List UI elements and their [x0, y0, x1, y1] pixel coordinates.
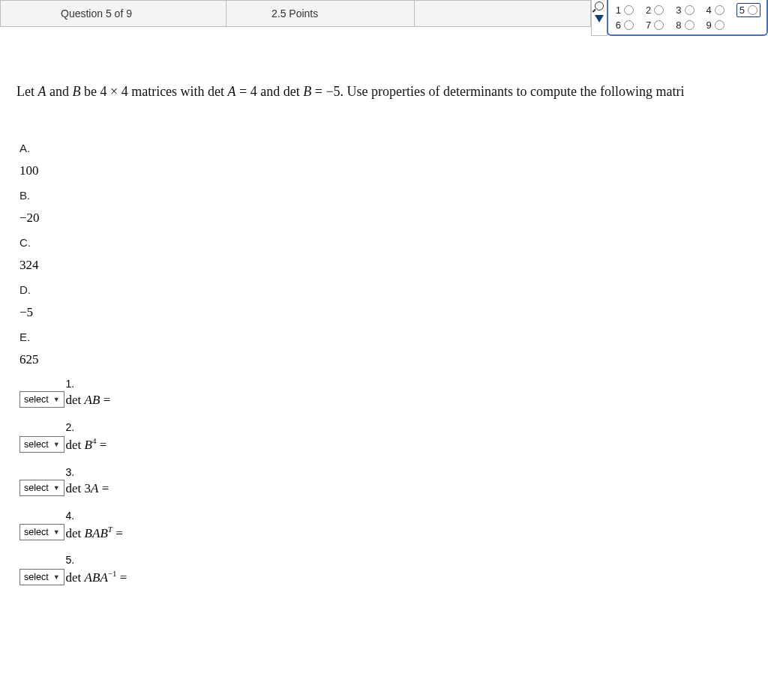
- answer-option-e: E. 625: [20, 331, 752, 367]
- radio-icon: [624, 5, 634, 15]
- radio-icon: [685, 20, 694, 30]
- select-label: select: [24, 394, 49, 405]
- chevron-down-icon: ▼: [53, 484, 60, 492]
- match-row-3: select▼ 3. det 3A =: [20, 466, 752, 496]
- answer-label: A.: [20, 142, 752, 154]
- chevron-down-icon: ▼: [53, 441, 60, 448]
- match-text: 2. det B4 =: [66, 421, 107, 453]
- radio-icon: [715, 5, 724, 15]
- top-area: Question 5 of 9 2.5 Points 1 2 3 4 5 6 7…: [0, 0, 768, 36]
- answer-value: 625: [20, 352, 752, 367]
- answer-label: C.: [20, 236, 752, 249]
- select-label: select: [24, 439, 49, 450]
- match-select-3[interactable]: select▼: [20, 480, 64, 496]
- radio-icon: [654, 5, 664, 15]
- question-content: Let A and B be 4 × 4 matrices with det A…: [0, 36, 768, 629]
- select-label: select: [24, 527, 49, 537]
- match-text: 1. det AB =: [66, 378, 111, 408]
- nav-item-5-selected[interactable]: 5: [736, 3, 760, 17]
- match-select-2[interactable]: select▼: [20, 436, 64, 453]
- answer-value: 100: [20, 163, 752, 178]
- question-navigation-panel: 1 2 3 4 5 6 7 8 9: [607, 0, 768, 36]
- radio-icon: [685, 5, 694, 15]
- nav-row: 1 2 3 4 5: [616, 3, 760, 17]
- match-row-5: select▼ 5. det ABA−1 =: [20, 554, 752, 585]
- answer-label: B.: [20, 189, 752, 202]
- chevron-down-icon: ▼: [53, 573, 60, 581]
- match-select-4[interactable]: select▼: [20, 524, 64, 540]
- answer-label: E.: [20, 331, 752, 343]
- matching-section: select▼ 1. det AB = select▼ 2. det B4 = …: [20, 378, 752, 585]
- question-header: Question 5 of 9 2.5 Points: [0, 0, 591, 27]
- nav-item-6[interactable]: 6: [616, 19, 634, 31]
- answer-option-a: A. 100: [20, 142, 752, 178]
- question-number-label: Question 5 of 9: [1, 7, 226, 19]
- match-row-2: select▼ 2. det B4 =: [20, 421, 752, 453]
- nav-collapse-tab[interactable]: [591, 0, 608, 36]
- header-separator: [414, 1, 415, 26]
- nav-item-8[interactable]: 8: [676, 19, 694, 31]
- match-row-4: select▼ 4. det BABT =: [20, 510, 752, 541]
- nav-item-2[interactable]: 2: [646, 3, 664, 17]
- chevron-down-icon: ▼: [53, 528, 60, 536]
- nav-item-1[interactable]: 1: [616, 3, 634, 17]
- answer-option-c: C. 324: [20, 236, 752, 273]
- match-text: 3. det 3A =: [66, 466, 110, 496]
- match-row-1: select▼ 1. det AB =: [20, 378, 752, 408]
- expand-tab-icon: [595, 15, 604, 22]
- answer-value: −5: [20, 305, 752, 320]
- chevron-down-icon: ▼: [53, 396, 60, 403]
- answer-option-d: D. −5: [20, 283, 752, 320]
- select-label: select: [24, 572, 49, 582]
- question-prompt: Let A and B be 4 × 4 matrices with det A…: [16, 84, 752, 100]
- match-text: 5. det ABA−1 =: [66, 554, 128, 585]
- answer-value: −20: [20, 211, 752, 226]
- answer-options: A. 100 B. −20 C. 324 D. −5 E. 625: [20, 142, 752, 367]
- nav-row: 6 7 8 9: [616, 19, 760, 31]
- nav-item-9[interactable]: 9: [706, 19, 724, 31]
- match-select-1[interactable]: select▼: [20, 391, 64, 408]
- match-select-5[interactable]: select▼: [20, 569, 64, 585]
- search-icon: [595, 1, 604, 10]
- points-label: 2.5 Points: [226, 7, 414, 19]
- radio-icon: [654, 20, 664, 30]
- radio-icon: [748, 5, 758, 15]
- answer-value: 324: [20, 258, 752, 273]
- nav-item-7[interactable]: 7: [646, 19, 664, 31]
- radio-icon: [715, 20, 724, 30]
- select-label: select: [24, 483, 49, 493]
- nav-item-4[interactable]: 4: [706, 3, 724, 17]
- radio-icon: [624, 20, 634, 30]
- nav-item-3[interactable]: 3: [676, 3, 694, 17]
- answer-option-b: B. −20: [20, 189, 752, 226]
- match-text: 4. det BABT =: [66, 510, 123, 541]
- answer-label: D.: [20, 283, 752, 296]
